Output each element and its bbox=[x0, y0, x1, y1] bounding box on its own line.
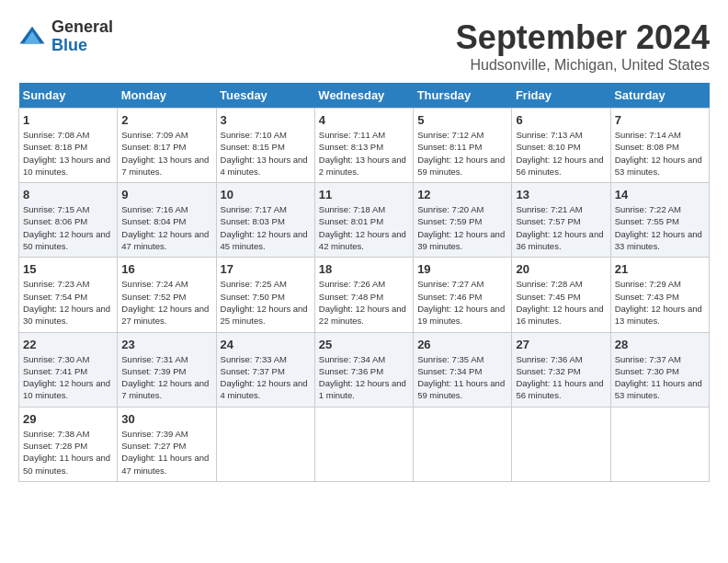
calendar-cell: 12Sunrise: 7:20 AMSunset: 7:59 PMDayligh… bbox=[414, 183, 512, 258]
day-info: Sunrise: 7:23 AMSunset: 7:54 PMDaylight:… bbox=[23, 278, 113, 327]
logo-icon bbox=[18, 23, 46, 51]
day-info: Sunrise: 7:10 AMSunset: 8:15 PMDaylight:… bbox=[221, 129, 311, 178]
day-number: 11 bbox=[319, 188, 409, 201]
weekday-header: Saturday bbox=[610, 83, 709, 109]
calendar-week-row: 15Sunrise: 7:23 AMSunset: 7:54 PMDayligh… bbox=[19, 258, 710, 332]
day-info: Sunrise: 7:08 AMSunset: 8:18 PMDaylight:… bbox=[23, 129, 113, 178]
day-info: Sunrise: 7:25 AMSunset: 7:50 PMDaylight:… bbox=[221, 278, 311, 327]
calendar-cell: 26Sunrise: 7:35 AMSunset: 7:34 PMDayligh… bbox=[414, 332, 512, 407]
calendar-cell: 18Sunrise: 7:26 AMSunset: 7:48 PMDayligh… bbox=[314, 258, 413, 332]
calendar-cell: 20Sunrise: 7:28 AMSunset: 7:45 PMDayligh… bbox=[512, 258, 610, 332]
day-info: Sunrise: 7:31 AMSunset: 7:39 PMDaylight:… bbox=[121, 353, 211, 402]
day-info: Sunrise: 7:27 AMSunset: 7:46 PMDaylight:… bbox=[417, 278, 507, 327]
calendar-cell: 1Sunrise: 7:08 AMSunset: 8:18 PMDaylight… bbox=[19, 109, 118, 183]
day-info: Sunrise: 7:26 AMSunset: 7:48 PMDaylight:… bbox=[319, 278, 409, 327]
day-number: 2 bbox=[121, 113, 211, 127]
logo: General Blue bbox=[18, 18, 113, 55]
calendar-cell: 24Sunrise: 7:33 AMSunset: 7:37 PMDayligh… bbox=[216, 332, 314, 407]
weekday-header: Monday bbox=[118, 83, 216, 109]
weekday-header-row: SundayMondayTuesdayWednesdayThursdayFrid… bbox=[19, 83, 710, 109]
calendar-cell bbox=[414, 407, 512, 481]
logo-general: General bbox=[51, 18, 113, 37]
day-number: 24 bbox=[221, 338, 311, 351]
weekday-header: Wednesday bbox=[314, 83, 413, 109]
calendar-cell: 6Sunrise: 7:13 AMSunset: 8:10 PMDaylight… bbox=[512, 109, 610, 183]
day-number: 26 bbox=[417, 338, 507, 351]
calendar-cell: 30Sunrise: 7:39 AMSunset: 7:27 PMDayligh… bbox=[118, 407, 216, 481]
calendar-cell: 21Sunrise: 7:29 AMSunset: 7:43 PMDayligh… bbox=[610, 258, 709, 332]
calendar-table: SundayMondayTuesdayWednesdayThursdayFrid… bbox=[18, 83, 710, 482]
day-info: Sunrise: 7:37 AMSunset: 7:30 PMDaylight:… bbox=[615, 353, 705, 402]
day-info: Sunrise: 7:11 AMSunset: 8:13 PMDaylight:… bbox=[319, 129, 409, 178]
calendar-cell bbox=[610, 407, 709, 481]
day-number: 28 bbox=[615, 338, 705, 351]
calendar-week-row: 29Sunrise: 7:38 AMSunset: 7:28 PMDayligh… bbox=[19, 407, 710, 481]
day-number: 13 bbox=[516, 188, 606, 201]
calendar-week-row: 22Sunrise: 7:30 AMSunset: 7:41 PMDayligh… bbox=[19, 332, 710, 407]
day-number: 21 bbox=[615, 262, 705, 276]
day-number: 4 bbox=[319, 113, 409, 127]
day-info: Sunrise: 7:20 AMSunset: 7:59 PMDaylight:… bbox=[417, 203, 507, 252]
day-number: 23 bbox=[121, 338, 211, 351]
calendar-cell bbox=[314, 407, 413, 481]
calendar-cell: 19Sunrise: 7:27 AMSunset: 7:46 PMDayligh… bbox=[414, 258, 512, 332]
day-info: Sunrise: 7:17 AMSunset: 8:03 PMDaylight:… bbox=[221, 203, 311, 252]
day-number: 8 bbox=[23, 188, 113, 201]
logo-text: General Blue bbox=[51, 18, 113, 55]
day-number: 9 bbox=[121, 188, 211, 201]
day-info: Sunrise: 7:22 AMSunset: 7:55 PMDaylight:… bbox=[615, 203, 705, 252]
calendar-cell: 28Sunrise: 7:37 AMSunset: 7:30 PMDayligh… bbox=[610, 332, 709, 407]
day-info: Sunrise: 7:21 AMSunset: 7:57 PMDaylight:… bbox=[516, 203, 606, 252]
day-info: Sunrise: 7:34 AMSunset: 7:36 PMDaylight:… bbox=[319, 353, 409, 402]
day-number: 20 bbox=[516, 262, 606, 276]
calendar-cell: 22Sunrise: 7:30 AMSunset: 7:41 PMDayligh… bbox=[19, 332, 118, 407]
calendar-cell: 7Sunrise: 7:14 AMSunset: 8:08 PMDaylight… bbox=[610, 109, 709, 183]
calendar-cell: 9Sunrise: 7:16 AMSunset: 8:04 PMDaylight… bbox=[118, 183, 216, 258]
calendar-cell: 13Sunrise: 7:21 AMSunset: 7:57 PMDayligh… bbox=[512, 183, 610, 258]
calendar-cell bbox=[512, 407, 610, 481]
weekday-header: Thursday bbox=[414, 83, 512, 109]
day-info: Sunrise: 7:18 AMSunset: 8:01 PMDaylight:… bbox=[319, 203, 409, 252]
day-number: 14 bbox=[615, 188, 705, 201]
day-number: 18 bbox=[319, 262, 409, 276]
calendar-cell: 15Sunrise: 7:23 AMSunset: 7:54 PMDayligh… bbox=[19, 258, 118, 332]
day-number: 6 bbox=[516, 113, 606, 127]
calendar-cell: 27Sunrise: 7:36 AMSunset: 7:32 PMDayligh… bbox=[512, 332, 610, 407]
day-info: Sunrise: 7:28 AMSunset: 7:45 PMDaylight:… bbox=[516, 278, 606, 327]
calendar-cell: 3Sunrise: 7:10 AMSunset: 8:15 PMDaylight… bbox=[216, 109, 314, 183]
main-title: September 2024 bbox=[456, 18, 710, 57]
day-number: 5 bbox=[417, 113, 507, 127]
weekday-header: Tuesday bbox=[216, 83, 314, 109]
day-number: 27 bbox=[516, 338, 606, 351]
day-number: 12 bbox=[417, 188, 507, 201]
day-number: 29 bbox=[23, 412, 113, 426]
day-info: Sunrise: 7:24 AMSunset: 7:52 PMDaylight:… bbox=[121, 278, 211, 327]
calendar-cell: 17Sunrise: 7:25 AMSunset: 7:50 PMDayligh… bbox=[216, 258, 314, 332]
day-number: 19 bbox=[417, 262, 507, 276]
day-number: 25 bbox=[319, 338, 409, 351]
day-info: Sunrise: 7:30 AMSunset: 7:41 PMDaylight:… bbox=[23, 353, 113, 402]
day-number: 22 bbox=[23, 338, 113, 351]
day-number: 7 bbox=[615, 113, 705, 127]
subtitle: Hudsonville, Michigan, United States bbox=[456, 57, 710, 74]
calendar-cell: 25Sunrise: 7:34 AMSunset: 7:36 PMDayligh… bbox=[314, 332, 413, 407]
day-info: Sunrise: 7:33 AMSunset: 7:37 PMDaylight:… bbox=[221, 353, 311, 402]
day-number: 16 bbox=[121, 262, 211, 276]
day-info: Sunrise: 7:13 AMSunset: 8:10 PMDaylight:… bbox=[516, 129, 606, 178]
calendar-cell: 16Sunrise: 7:24 AMSunset: 7:52 PMDayligh… bbox=[118, 258, 216, 332]
calendar-cell: 5Sunrise: 7:12 AMSunset: 8:11 PMDaylight… bbox=[414, 109, 512, 183]
calendar-cell: 2Sunrise: 7:09 AMSunset: 8:17 PMDaylight… bbox=[118, 109, 216, 183]
calendar-cell: 11Sunrise: 7:18 AMSunset: 8:01 PMDayligh… bbox=[314, 183, 413, 258]
calendar-cell: 14Sunrise: 7:22 AMSunset: 7:55 PMDayligh… bbox=[610, 183, 709, 258]
day-info: Sunrise: 7:14 AMSunset: 8:08 PMDaylight:… bbox=[615, 129, 705, 178]
day-number: 3 bbox=[221, 113, 311, 127]
title-area: September 2024 Hudsonville, Michigan, Un… bbox=[456, 18, 710, 74]
day-info: Sunrise: 7:16 AMSunset: 8:04 PMDaylight:… bbox=[121, 203, 211, 252]
calendar-week-row: 8Sunrise: 7:15 AMSunset: 8:06 PMDaylight… bbox=[19, 183, 710, 258]
header: General Blue September 2024 Hudsonville,… bbox=[18, 18, 710, 74]
day-number: 30 bbox=[121, 412, 211, 426]
calendar-cell: 10Sunrise: 7:17 AMSunset: 8:03 PMDayligh… bbox=[216, 183, 314, 258]
day-info: Sunrise: 7:36 AMSunset: 7:32 PMDaylight:… bbox=[516, 353, 606, 402]
calendar-cell: 29Sunrise: 7:38 AMSunset: 7:28 PMDayligh… bbox=[19, 407, 118, 481]
weekday-header: Sunday bbox=[19, 83, 118, 109]
